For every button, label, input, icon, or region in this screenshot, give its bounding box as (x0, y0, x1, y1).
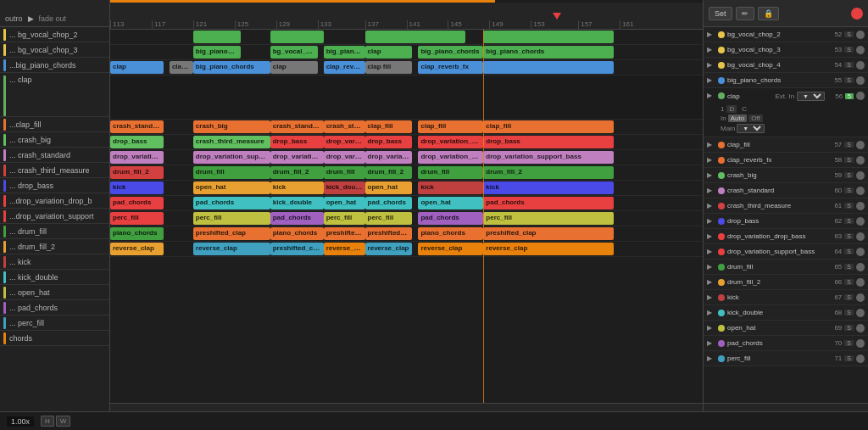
clip[interactable]: pad_chords (483, 197, 614, 209)
clip[interactable]: preshifted_clap (193, 227, 270, 240)
clip[interactable]: open_hat (418, 197, 483, 209)
clip[interactable]: piano_chords (270, 227, 324, 240)
clip[interactable]: drop_bass (110, 136, 164, 148)
track-item[interactable]: ... crash_third_measure (0, 163, 109, 178)
tracks-content[interactable]: big_piano_chords bg_vocal_chop_4 big_pia… (110, 30, 703, 403)
clip[interactable]: reverse_clap (193, 243, 270, 255)
s-button[interactable]: S (844, 355, 854, 361)
clip[interactable]: clap fill (170, 61, 193, 74)
track-dot[interactable] (856, 278, 865, 287)
clip[interactable]: drum_fill_2 (483, 166, 614, 179)
clip[interactable]: big_piano_chords (324, 46, 365, 59)
track-dot[interactable] (856, 92, 865, 100)
s-button[interactable]: S (844, 77, 854, 83)
play-icon[interactable]: ▶ (707, 355, 715, 363)
play-icon[interactable]: ▶ (707, 76, 715, 85)
track-dot[interactable] (856, 248, 865, 256)
clip[interactable]: open_hat (193, 181, 270, 194)
clip[interactable]: drum_fill (324, 166, 365, 179)
clip[interactable]: drop_variation_drop_bass (324, 136, 365, 148)
clip[interactable]: pad_chords (418, 212, 483, 225)
clip[interactable]: perc_fill (365, 212, 413, 225)
play-icon[interactable]: ▶ (707, 46, 715, 54)
clip[interactable]: open_hat (365, 181, 413, 194)
track-item[interactable]: ... pad_chords (0, 300, 109, 316)
w-button[interactable]: W (56, 416, 71, 427)
clip[interactable]: drop_variation_support_bass (110, 151, 164, 164)
track-item[interactable]: ... drop_bass (0, 178, 109, 193)
play-icon[interactable]: ▶ (707, 171, 715, 180)
clap-track-header[interactable]: ▶ clap Ext. In ▼ 56 5 (704, 88, 868, 103)
track-dot[interactable] (856, 141, 865, 149)
clip[interactable]: clap (365, 46, 413, 59)
clip[interactable]: drop_variation_drop_bass (418, 136, 483, 148)
track-item[interactable]: ...big_piano_chords (0, 58, 109, 73)
right-track-item[interactable]: ▶ crash_third_measure 61 S (704, 198, 868, 214)
clip[interactable]: preshifted_clap (483, 227, 614, 240)
play-icon[interactable]: ▶ (707, 31, 715, 39)
track-item[interactable]: ... drum_fill_2 (0, 239, 109, 254)
s-button[interactable]: S (844, 203, 854, 209)
clip[interactable]: kick_double (270, 197, 324, 209)
clip[interactable]: drum_fill_2 (365, 166, 413, 179)
clip[interactable]: perc_fill (193, 212, 270, 225)
track-dot[interactable] (856, 217, 865, 226)
play-icon[interactable]: ▶ (707, 324, 715, 332)
play-icon[interactable]: ▶ (707, 339, 715, 348)
s-button[interactable]: S (844, 279, 854, 285)
s-button[interactable]: S (844, 172, 854, 178)
clip[interactable]: preshifted_clap (365, 227, 413, 240)
clip[interactable]: perc_fill (110, 212, 164, 225)
clip[interactable]: drum_fill (418, 166, 483, 179)
track-dot[interactable] (856, 339, 865, 348)
track-item[interactable]: chords (0, 331, 109, 346)
track-item[interactable]: ... open_hat (0, 285, 109, 300)
track-dot[interactable] (856, 171, 865, 180)
track-item[interactable]: ... kick (0, 254, 109, 270)
right-track-item[interactable]: ▶ bg_vocal_chop_3 53 S (704, 42, 868, 58)
clip[interactable]: reverse_clap (483, 243, 614, 255)
clip[interactable]: pad_chords (193, 197, 270, 209)
track-dot[interactable] (856, 156, 865, 165)
clip[interactable]: reverse_clap (110, 243, 164, 255)
play-icon[interactable]: ▶ (707, 248, 715, 256)
track-dot[interactable] (856, 76, 865, 85)
clip[interactable]: drop_variation_support_bass (270, 151, 324, 164)
clip[interactable]: reverse_clap (324, 243, 365, 255)
right-track-item[interactable]: ▶ big_piano_chords 55 S (704, 73, 868, 88)
off-button[interactable]: Off (748, 114, 763, 122)
clip[interactable]: drop_bass (365, 136, 413, 148)
clip[interactable]: big_piano_chords (193, 61, 270, 74)
clip[interactable]: clap fill (365, 61, 413, 74)
clip[interactable]: big_piano_chords (193, 46, 241, 59)
clip[interactable]: drop_variation_support_bass (324, 151, 365, 164)
clip[interactable]: preshifted_clap (324, 227, 365, 240)
clip[interactable]: kick (418, 181, 483, 194)
clip[interactable]: drop_variation_support_bass (193, 151, 270, 164)
right-track-item[interactable]: ▶ drop_bass 62 S (704, 214, 868, 229)
s-button[interactable]: S (844, 264, 854, 270)
clip[interactable]: clap (270, 61, 318, 74)
right-track-item[interactable]: ▶ pad_chords 70 S (704, 336, 868, 351)
clip[interactable]: piano_chords (110, 227, 164, 240)
clip[interactable] (270, 31, 324, 43)
right-track-item[interactable]: ▶ drum_fill_2 66 S (704, 275, 868, 290)
clip[interactable]: crash_big (193, 120, 270, 133)
right-track-item[interactable]: ▶ bg_vocal_chop_2 52 S (704, 27, 868, 42)
pencil-button[interactable]: ✏ (736, 7, 754, 20)
clip[interactable]: crash_third_measure (193, 136, 270, 148)
play-icon[interactable]: ▶ (707, 232, 715, 241)
s-button[interactable]: S (844, 157, 854, 163)
track-item[interactable]: ...clap_fill (0, 117, 109, 132)
clip[interactable]: crash_standard (110, 120, 164, 133)
track-item[interactable]: ... bg_vocal_chop_2 (0, 27, 109, 42)
track-item[interactable]: ... drum_fill (0, 224, 109, 239)
track-item[interactable]: ... perc_fill (0, 316, 109, 331)
track-dot[interactable] (856, 309, 865, 317)
s-button[interactable]: S (844, 310, 854, 316)
clip[interactable]: preshifted_clap (270, 243, 324, 255)
clip[interactable]: clap_fill (365, 120, 413, 133)
play-icon[interactable]: ▶ (707, 141, 715, 149)
track-item[interactable]: ... crash_big (0, 132, 109, 148)
track-dot[interactable] (856, 263, 865, 271)
